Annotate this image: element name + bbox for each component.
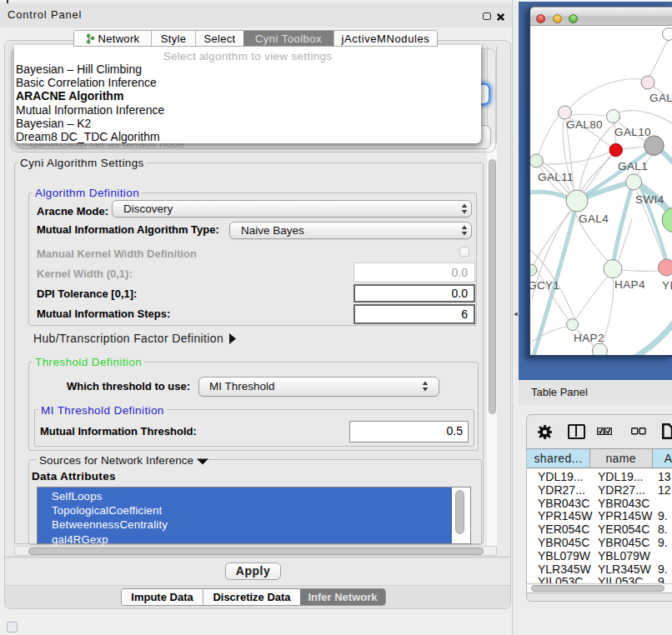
svg-text:SWI4: SWI4: [635, 193, 664, 206]
svg-text:GAL10: GAL10: [614, 126, 651, 138]
svg-text:GAL7: GAL7: [649, 92, 672, 104]
svg-text:GAL1: GAL1: [618, 160, 648, 172]
svg-text:GAL4: GAL4: [579, 212, 609, 225]
svg-text:GAL80: GAL80: [566, 118, 603, 131]
svg-text:HAP4: HAP4: [614, 278, 645, 291]
svg-text:YL: YL: [662, 279, 672, 292]
svg-text:HAP2: HAP2: [574, 332, 604, 344]
svg-text:GAL11: GAL11: [538, 171, 574, 183]
svg-text:GCY1: GCY1: [530, 279, 559, 292]
